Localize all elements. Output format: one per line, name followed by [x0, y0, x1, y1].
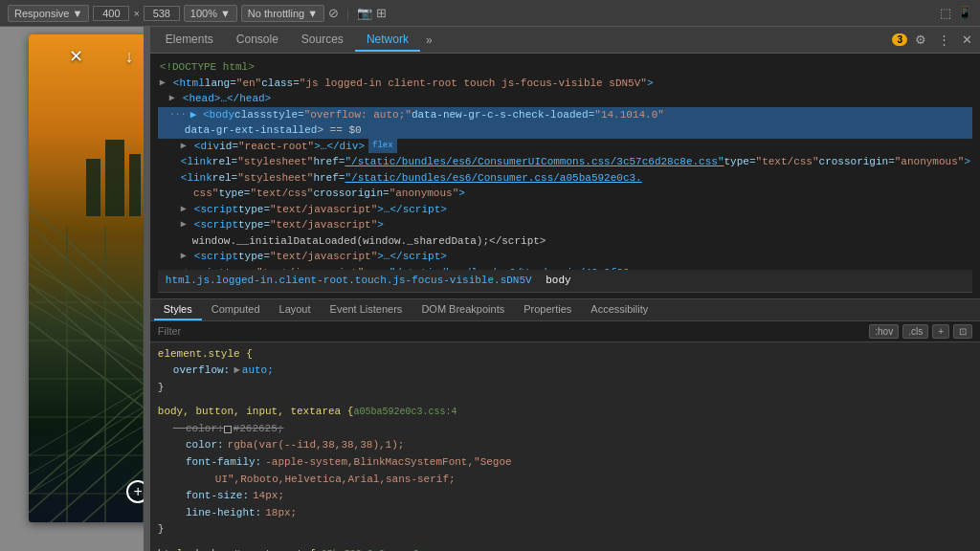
breadcrumb-bar: html.js.logged-in.client-root.touch.js-f…: [158, 270, 972, 293]
zoom-arrow: ▼: [220, 8, 231, 19]
hov-filter[interactable]: :hov: [869, 324, 899, 339]
svg-rect-2: [105, 140, 124, 216]
tab-layout-label: Layout: [279, 303, 311, 315]
warning-badge: 3: [892, 33, 907, 46]
height-input[interactable]: [144, 6, 180, 21]
download-story-icon[interactable]: ↓: [125, 47, 134, 67]
responsive-dropdown[interactable]: Responsive ▼: [8, 5, 89, 22]
story-bottom: + Add to your story: [29, 480, 149, 503]
tab-dom-breakpoints[interactable]: DOM Breakpoints: [412, 299, 514, 320]
css-selector-1: element.style {: [158, 346, 253, 364]
close-story-icon[interactable]: ✕: [69, 46, 83, 67]
html-line-link1[interactable]: <link rel="stylesheet" href="/static/bun…: [158, 154, 972, 170]
story-top-icons: ✕ ↓ 🙂 ✒ Aa: [29, 46, 149, 67]
styles-subtabs: Styles Computed Layout Event Listeners D…: [150, 299, 980, 321]
css-font-family-prop[interactable]: font-family:: [173, 454, 261, 472]
dt-right-icons: 3 ⚙ ⋮ ✕: [892, 31, 976, 49]
styles-panel[interactable]: Styles Computed Layout Event Listeners D…: [150, 299, 980, 552]
tab-computed[interactable]: Computed: [202, 299, 270, 320]
throttle-dropdown[interactable]: No throttling ▼: [241, 5, 324, 22]
main-layout: ✕ ↓ 🙂 ✒ Aa + Add to your story: [0, 27, 980, 551]
responsive-label: Responsive: [14, 8, 69, 19]
box-filter[interactable]: ⊡: [953, 324, 972, 339]
tab-elements[interactable]: Elements: [154, 29, 225, 52]
resize-handle[interactable]: [144, 27, 149, 551]
tab-properties-label: Properties: [523, 303, 571, 315]
css-color-prop-struck: color:: [173, 421, 224, 438]
css-rules: element.style { overflow: ► auto; } body…: [150, 342, 980, 552]
top-bar: Responsive ▼ × 100% ▼ No throttling ▼ ⊘ …: [0, 0, 980, 27]
html-line-script2b: window.__initialDataLoaded(window._share…: [158, 233, 972, 250]
phone-frame: ✕ ↓ 🙂 ✒ Aa + Add to your story: [29, 34, 149, 522]
html-line-script1[interactable]: ▶ <script type="text/javascript" >…</scr…: [158, 202, 972, 218]
add-filter[interactable]: +: [932, 324, 949, 339]
svg-rect-1: [86, 159, 100, 216]
css-prop-overflow[interactable]: overflow:: [173, 363, 230, 380]
tab-properties[interactable]: Properties: [514, 299, 581, 320]
css-rule-body-elements: body, button, input, textarea { a05ba592…: [158, 404, 972, 539]
expand-icon[interactable]: ⊞: [376, 6, 387, 20]
devtools-header-icons: ⬚ 📱: [940, 6, 972, 20]
filter-bar: :hov .cls + ⊡: [150, 321, 980, 342]
css-val-font-family: -apple-system,BlinkMacSystemFont,"Segoe: [265, 454, 511, 472]
tab-console-label: Console: [236, 33, 278, 46]
html-line-body[interactable]: ··· ▶ <body class style="overflow: auto;…: [158, 107, 972, 123]
cls-filter[interactable]: .cls: [902, 324, 928, 339]
tab-dom-breakpoints-label: DOM Breakpoints: [421, 303, 504, 315]
throttle-label: No throttling: [248, 8, 304, 19]
html-line-script2[interactable]: ▶ <script type="text/javascript" >: [158, 217, 972, 233]
devtools-divider: |: [346, 7, 349, 20]
tab-event-listeners-label: Event Listeners: [330, 303, 403, 315]
tab-network[interactable]: Network: [355, 29, 420, 52]
fence-overlay: [29, 34, 149, 522]
tab-layout[interactable]: Layout: [270, 299, 321, 320]
ellipsis-icon[interactable]: ⋮: [934, 31, 954, 49]
html-line-html[interactable]: ▶ <html lang="en" class="js logged-in cl…: [158, 76, 972, 92]
tab-event-listeners[interactable]: Event Listeners: [321, 299, 412, 320]
html-line-head[interactable]: ▶ <head>…</head>: [158, 91, 972, 107]
html-line-div[interactable]: ▶ <div id="react-root" >…</div> flex: [158, 139, 972, 155]
css-line-height-prop[interactable]: line-height:: [173, 505, 261, 522]
css-selector-3: html, body, #react-root {: [158, 546, 316, 551]
breadcrumb-html[interactable]: html.js.logged-in.client-root.touch.js-f…: [166, 273, 532, 289]
tab-sources[interactable]: Sources: [290, 29, 355, 52]
html-line-script3[interactable]: ▶ <script type="text/javascript" >…</scr…: [158, 249, 972, 265]
css-val-font-size: 14px;: [253, 488, 284, 505]
tab-sources-label: Sources: [301, 33, 344, 46]
css-val-color: rgba(var(--i1d,38,38,38),1);: [228, 437, 405, 454]
arrow-body: ···: [169, 107, 187, 121]
arrow-html: ▶: [160, 76, 169, 90]
inspect-icon[interactable]: ⬚: [940, 6, 951, 20]
css-val-auto: auto;: [242, 363, 274, 380]
css-rule-html-body: html, body, #react-root { a05ba592e0c3.c…: [158, 546, 972, 551]
arrow-head: ▶: [169, 91, 179, 105]
width-input[interactable]: [93, 6, 129, 21]
story-image: ✕ ↓ 🙂 ✒ Aa + Add to your story: [29, 34, 149, 522]
filter-input[interactable]: [158, 325, 865, 337]
devtools-panel: Elements Console Sources Network » 3 ⚙ ⋮…: [149, 27, 980, 551]
devtools-tabs: Elements Console Sources Network » 3 ⚙ ⋮…: [150, 27, 980, 54]
tab-accessibility-label: Accessibility: [590, 303, 648, 315]
tab-console[interactable]: Console: [225, 29, 290, 52]
css-source-3[interactable]: a05ba592e0c3.css:3: [316, 547, 419, 551]
tab-accessibility[interactable]: Accessibility: [581, 299, 657, 320]
zoom-dropdown[interactable]: 100% ▼: [184, 5, 237, 22]
tab-styles[interactable]: Styles: [154, 299, 202, 320]
breadcrumb-body[interactable]: body: [546, 273, 570, 289]
css-font-size-prop[interactable]: font-size:: [173, 488, 249, 505]
capture-icon[interactable]: 📷: [357, 6, 372, 20]
html-scroll[interactable]: <!DOCTYPE html> ▶ <html lang="en" class=…: [158, 59, 972, 270]
css-source-2[interactable]: a05ba592e0c3.css:4: [353, 405, 457, 420]
more-tabs[interactable]: »: [420, 30, 438, 51]
settings-icon[interactable]: ⚙: [911, 31, 930, 49]
css-color-prop[interactable]: color:: [173, 437, 224, 454]
html-line-link2[interactable]: <link rel="stylesheet" href="/static/bun…: [158, 170, 972, 187]
block-icon: ⊘: [328, 6, 339, 20]
css-val-font-family-2: UI",Roboto,Helvetica,Arial,sans-serif;: [215, 472, 456, 489]
top-bar-left: Responsive ▼ × 100% ▼ No throttling ▼ ⊘ …: [8, 5, 934, 22]
html-line-body2: data-gr-ext-installed > == $0: [158, 122, 972, 139]
css-selector-2: body, button, input, textarea {: [158, 404, 354, 421]
css-val-line-height: 18px;: [265, 505, 297, 522]
device-icon[interactable]: 📱: [957, 6, 972, 20]
close-devtools-icon[interactable]: ✕: [958, 31, 976, 49]
